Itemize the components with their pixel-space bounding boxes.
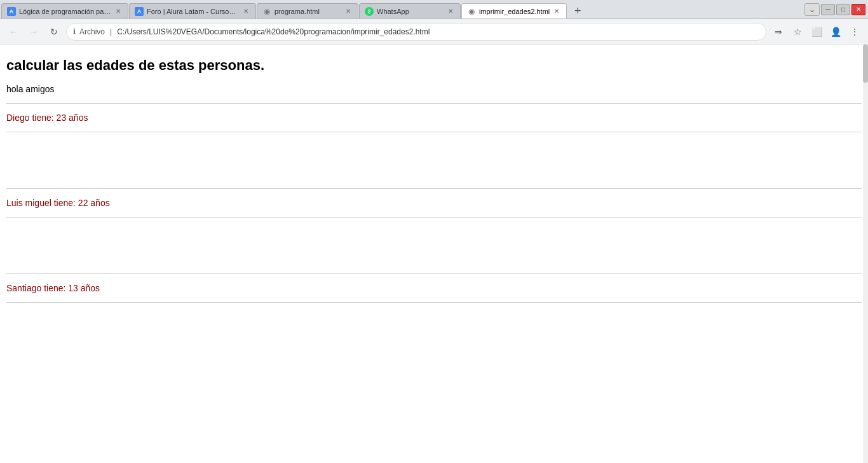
menu-icon: ⋮ — [850, 27, 859, 37]
tab-label-1: Lógica de programación parte — [19, 8, 111, 15]
entry-section-1: Diego tiene: 23 años — [6, 113, 862, 123]
divider-4 — [6, 217, 862, 218]
tab-favicon-3: ◉ — [262, 7, 271, 16]
tab-favicon-4: 2 — [365, 7, 374, 16]
spacer-2 — [6, 226, 862, 265]
screen-icon: ⬜ — [811, 27, 822, 37]
tab-label-4: WhatsApp — [377, 8, 444, 15]
divider-2 — [6, 132, 862, 132]
tab-favicon-1: A — [7, 7, 16, 16]
tab-close-2[interactable]: ✕ — [241, 7, 250, 16]
url-text: C:/Users/LUIS%20VEGA/Documents/logica%20… — [117, 27, 759, 36]
divider-3 — [6, 188, 862, 189]
bookmark-icon: ☆ — [794, 27, 802, 37]
entry-text-3: Santiago tiene: 13 años — [6, 283, 862, 293]
tab-label-5: imprimir_edades2.html — [479, 8, 550, 15]
tab-imprimir[interactable]: ◉ imprimir_edades2.html ✕ — [461, 3, 567, 18]
back-button[interactable]: ← — [5, 24, 22, 40]
scrollbar-track[interactable] — [863, 45, 868, 463]
address-field[interactable]: ℹ Archivo | C:/Users/LUIS%20VEGA/Documen… — [66, 23, 766, 41]
title-bar: A Lógica de programación parte ✕ A Foro … — [0, 0, 868, 19]
close-button[interactable]: ✕ — [851, 4, 865, 15]
back-icon: ← — [9, 27, 18, 37]
address-bar-row: ← → ↻ ℹ Archivo | C:/Users/LUIS%20VEGA/D… — [0, 19, 868, 45]
tab-label-2: Foro | Alura Latam - Cursos on — [147, 8, 239, 15]
divider-5 — [6, 273, 862, 274]
spacer-1 — [6, 141, 862, 179]
page-content: calcular las edades de estas personas. h… — [0, 45, 868, 463]
reload-icon: ↻ — [50, 27, 58, 37]
protocol-icon: ℹ — [73, 27, 76, 36]
url-separator: | — [110, 27, 112, 36]
page-heading: calcular las edades de estas personas. — [6, 57, 862, 74]
extensions-button[interactable]: ⇒ — [770, 24, 787, 40]
tab-programa[interactable]: ◉ programa.html ✕ — [257, 3, 358, 18]
entry-text-1: Diego tiene: 23 años — [6, 113, 862, 123]
bookmark-button[interactable]: ☆ — [789, 24, 806, 40]
menu-button[interactable]: ⋮ — [846, 24, 863, 40]
greeting-text: hola amigos — [6, 84, 862, 94]
window-controls: ⌄ ─ □ ✕ — [802, 0, 868, 18]
entry-section-3: Santiago tiene: 13 años — [6, 283, 862, 293]
minimize-button[interactable]: ─ — [821, 4, 835, 15]
entry-section-2: Luis miguel tiene: 22 años — [6, 198, 862, 208]
tab-scroll-chevron[interactable]: ⌄ — [804, 3, 820, 16]
tab-favicon-5: ◉ — [467, 7, 476, 16]
tab-whatsapp[interactable]: 2 WhatsApp ✕ — [359, 3, 461, 18]
forward-button[interactable]: → — [25, 24, 42, 40]
whatsapp-badge: 2 — [365, 7, 374, 16]
tab-logica[interactable]: A Lógica de programación parte ✕ — [1, 3, 128, 18]
protocol-label: Archivo — [79, 27, 105, 36]
tab-close-3[interactable]: ✕ — [344, 7, 353, 16]
reload-button[interactable]: ↻ — [46, 24, 62, 40]
profile-icon: 👤 — [831, 27, 841, 37]
tab-label-3: programa.html — [275, 8, 341, 15]
tabs-area: A Lógica de programación parte ✕ A Foro … — [0, 0, 802, 18]
tab-foro[interactable]: A Foro | Alura Latam - Cursos on ✕ — [129, 3, 256, 18]
tab-close-1[interactable]: ✕ — [114, 7, 123, 16]
divider-6 — [6, 302, 862, 303]
toolbar-right: ⇒ ☆ ⬜ 👤 ⋮ — [770, 24, 863, 40]
extensions-icon: ⇒ — [775, 27, 782, 37]
profile-button[interactable]: 👤 — [827, 24, 844, 40]
divider-1 — [6, 103, 862, 104]
maximize-button[interactable]: □ — [836, 4, 850, 15]
tab-favicon-2: A — [135, 7, 144, 16]
tab-close-4[interactable]: ✕ — [446, 7, 455, 16]
entry-text-2: Luis miguel tiene: 22 años — [6, 198, 862, 208]
screen-button[interactable]: ⬜ — [808, 24, 825, 40]
tab-close-5[interactable]: ✕ — [552, 7, 561, 16]
new-tab-button[interactable]: + — [569, 3, 587, 18]
scrollbar-thumb[interactable] — [863, 45, 868, 83]
forward-icon: → — [29, 27, 38, 37]
